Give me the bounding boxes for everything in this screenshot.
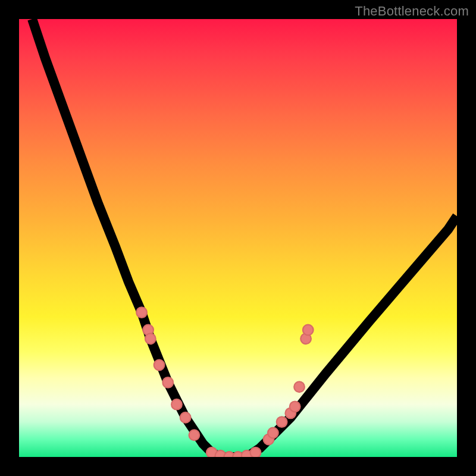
curve-marker <box>180 412 191 423</box>
bottleneck-curve <box>32 19 457 457</box>
curve-markers <box>136 307 313 457</box>
curve-marker <box>277 416 287 427</box>
curve-marker <box>154 360 165 371</box>
watermark-text: TheBottleneck.com <box>355 4 469 19</box>
curve-marker <box>268 428 278 439</box>
plot-area <box>19 19 457 457</box>
chart-frame: TheBottleneck.com <box>0 0 476 476</box>
curve-marker <box>145 333 156 344</box>
curve-marker <box>294 381 305 392</box>
curve-marker <box>290 402 300 412</box>
curve-marker <box>162 377 173 388</box>
curve-marker <box>303 325 314 336</box>
chart-svg <box>19 19 457 457</box>
curve-marker <box>171 399 182 410</box>
curve-marker <box>189 430 200 440</box>
curve-marker <box>136 307 147 318</box>
curve-marker <box>250 447 261 457</box>
